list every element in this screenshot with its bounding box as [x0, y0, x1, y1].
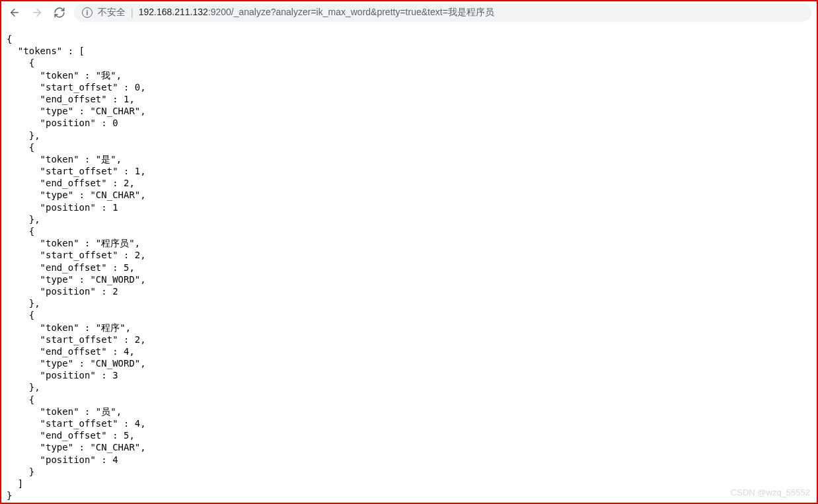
reload-button[interactable]	[52, 5, 67, 20]
back-button[interactable]	[7, 5, 22, 20]
response-body: { "tokens" : [ { "token" : "我", "start_o…	[1, 24, 817, 504]
forward-button[interactable]	[29, 5, 45, 20]
reload-icon	[54, 7, 65, 18]
url-port: :9200	[208, 7, 231, 17]
insecure-label: 不安全	[98, 7, 126, 18]
address-bar[interactable]: i 不安全 | 192.168.211.132:9200/_analyze?an…	[74, 3, 811, 22]
divider: |	[131, 7, 133, 18]
url-host: 192.168.211.132	[139, 7, 208, 17]
url-display: 192.168.211.132:9200/_analyze?analyzer=i…	[139, 7, 494, 18]
arrow-right-icon	[31, 7, 43, 18]
watermark: CSDN @wzq_55552	[731, 487, 810, 497]
url-path: /_analyze?analyzer=ik_max_word&pretty=tr…	[231, 7, 494, 18]
arrow-left-icon	[9, 7, 20, 18]
browser-toolbar: i 不安全 | 192.168.211.132:9200/_analyze?an…	[1, 1, 817, 24]
info-icon: i	[82, 7, 93, 18]
